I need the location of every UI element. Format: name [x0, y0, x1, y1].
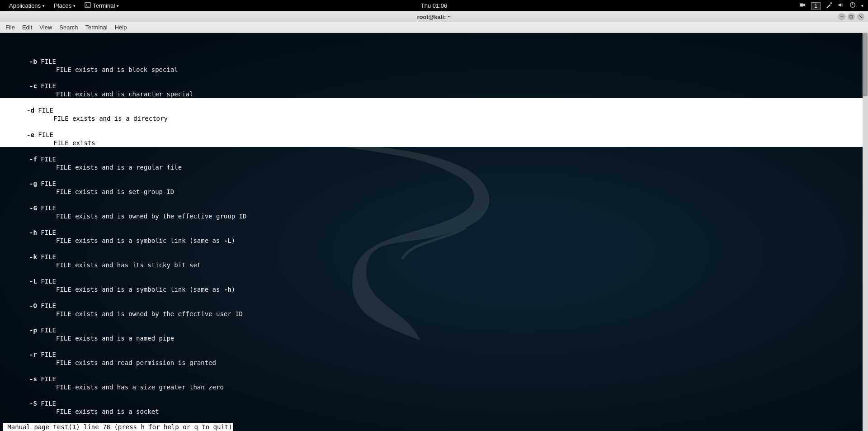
terminal-line: [0, 342, 868, 350]
places-menu[interactable]: Places ▾: [49, 2, 80, 9]
terminal-line: -S FILE: [0, 399, 868, 407]
terminal-line: FILE exists and has its sticky bit set: [0, 261, 868, 269]
terminal-line: -c FILE: [0, 82, 868, 90]
chevron-down-icon: ▾: [73, 4, 75, 8]
close-button[interactable]: [857, 13, 864, 20]
terminal-line: FILE exists and has a size greater than …: [0, 383, 868, 391]
terminal-line: [0, 294, 868, 302]
terminal-line: -L FILE: [0, 277, 868, 285]
menu-search[interactable]: Search: [56, 24, 81, 31]
terminal-line: FILE exists and is a named pipe: [0, 334, 868, 342]
gnome-top-bar: Applications ▾ Places ▾ Terminal ▾ Thu 0…: [0, 0, 868, 11]
terminal-line: -k FILE: [0, 253, 868, 261]
terminal-line: FILE exists and read permission is grant…: [0, 359, 868, 367]
terminal-line: -f FILE: [0, 155, 868, 163]
terminal-content: -b FILE FILE exists and is block special…: [0, 57, 868, 431]
terminal-line: [0, 367, 868, 375]
chevron-down-icon[interactable]: ▾: [861, 4, 863, 8]
window-titlebar[interactable]: root@kali: ~: [0, 11, 868, 22]
menu-file[interactable]: File: [2, 24, 19, 31]
terminal-line: [0, 269, 868, 277]
workspace-indicator[interactable]: 1: [811, 2, 821, 9]
terminal-line: [0, 391, 868, 399]
applications-label: Applications: [9, 2, 41, 9]
applications-menu[interactable]: Applications ▾: [5, 2, 49, 9]
terminal-line: -b FILE: [0, 57, 868, 66]
terminal-menubar: File Edit View Search Terminal Help: [0, 22, 868, 33]
man-status-line: Manual page test(1) line 78 (press h for…: [3, 423, 233, 431]
svg-point-2: [830, 2, 832, 4]
svg-rect-1: [800, 4, 803, 7]
selection: -d FILE FILE exists and is a directory -…: [0, 98, 864, 147]
minimize-button[interactable]: [838, 13, 845, 20]
terminal-line: -p FILE: [0, 326, 868, 334]
terminal-line: -r FILE: [0, 350, 868, 359]
chevron-down-icon: ▾: [117, 4, 119, 8]
terminal-app-label: Terminal: [93, 2, 115, 9]
terminal-app-menu[interactable]: Terminal ▾: [80, 2, 123, 9]
color-picker-icon[interactable]: [826, 2, 832, 9]
window-title: root@kali: ~: [417, 14, 451, 20]
top-bar-left: Applications ▾ Places ▾ Terminal ▾: [0, 2, 123, 9]
terminal-line: FILE exists and is a socket: [0, 407, 868, 416]
terminal-line: [0, 318, 868, 326]
terminal-viewport[interactable]: -b FILE FILE exists and is block special…: [0, 33, 868, 431]
terminal-line: -g FILE: [0, 180, 868, 188]
terminal-line: [0, 245, 868, 253]
terminal-line: [0, 171, 868, 180]
svg-rect-0: [85, 3, 90, 8]
terminal-line: FILE exists and is block special: [0, 66, 868, 74]
window-controls: [838, 13, 868, 20]
menu-view[interactable]: View: [36, 24, 56, 31]
menu-edit[interactable]: Edit: [19, 24, 36, 31]
volume-icon[interactable]: [838, 2, 844, 9]
chevron-down-icon: ▾: [42, 4, 45, 8]
terminal-line: FILE exists and is set-group-ID: [0, 188, 868, 196]
clock[interactable]: Thu 01:06: [421, 2, 448, 9]
terminal-line: -O FILE: [0, 302, 868, 310]
terminal-line: -s FILE: [0, 375, 868, 383]
terminal-line: [0, 196, 868, 204]
terminal-line: FILE exists and is a symbolic link (same…: [0, 285, 868, 294]
scrollbar[interactable]: [863, 33, 868, 431]
maximize-button[interactable]: [848, 13, 855, 20]
terminal-line: [0, 147, 868, 155]
top-bar-right: 1 ▾: [799, 2, 868, 9]
terminal-line: [0, 74, 868, 82]
video-record-icon[interactable]: [799, 2, 806, 9]
terminal-line: FILE exists and is owned by the effectiv…: [0, 310, 868, 318]
menu-terminal[interactable]: Terminal: [82, 24, 111, 31]
scrollbar-thumb[interactable]: [863, 33, 868, 96]
terminal-line: FILE exists and is owned by the effectiv…: [0, 212, 868, 220]
terminal-line: -h FILE: [0, 228, 868, 237]
terminal-line: FILE exists and is a regular file: [0, 163, 868, 171]
menu-help[interactable]: Help: [111, 24, 131, 31]
terminal-icon: [85, 2, 91, 9]
terminal-line: -G FILE: [0, 204, 868, 212]
terminal-line: FILE exists and is a symbolic link (same…: [0, 237, 868, 245]
places-label: Places: [54, 2, 71, 9]
terminal-line: FILE exists and is character special: [0, 90, 868, 98]
terminal-line: [0, 220, 868, 228]
svg-rect-6: [850, 15, 853, 18]
power-icon[interactable]: [849, 2, 856, 9]
